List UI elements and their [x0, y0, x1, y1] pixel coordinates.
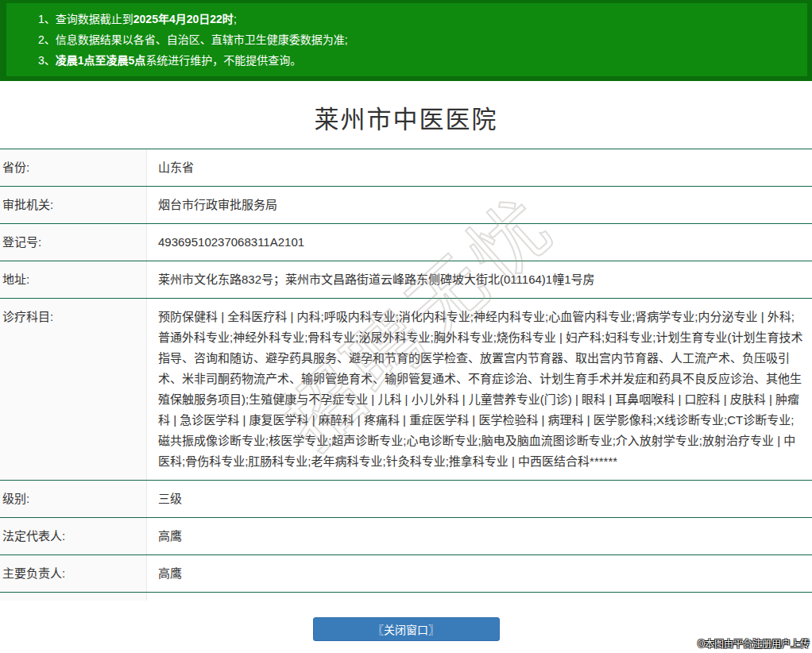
- notice-text: 查询数据截止到: [56, 13, 133, 25]
- notice-text-tail: ;: [234, 13, 237, 25]
- field-value: 高鹰: [147, 518, 812, 554]
- table-row: 法定代表人: 高鹰: [0, 517, 812, 554]
- upload-credit: ©本图由平台注册用户上传: [698, 636, 810, 650]
- table-row: 级别: 三级: [0, 480, 812, 517]
- table-row: 登记号: 49369510237068311A2101: [0, 223, 812, 261]
- field-value: 高鹰: [147, 555, 812, 592]
- page-title: 莱州市中医医院: [0, 102, 812, 137]
- field-value: 烟台市行政审批服务局: [147, 187, 812, 223]
- field-value: 山东省: [147, 149, 812, 186]
- field-label: 登记号:: [0, 224, 147, 261]
- close-window-button[interactable]: 〖关闭窗口〗: [313, 617, 500, 641]
- table-row: 审批机关: 烟台市行政审批服务局: [0, 186, 812, 223]
- notice-bold-text: 2025年4月20日22时: [133, 13, 234, 25]
- button-row: 〖关闭窗口〗: [0, 617, 812, 641]
- field-value: [147, 593, 812, 601]
- field-label: 主要负责人:: [0, 555, 147, 592]
- field-label: 诊疗科目:: [0, 299, 147, 480]
- field-label: 法定代表人:: [0, 518, 147, 554]
- field-value: 莱州市文化东路832号；莱州市文昌路街道云峰路东侧碑坡大街北(011164)1幢…: [147, 261, 812, 298]
- table-row: 地址: 莱州市文化东路832号；莱州市文昌路街道云峰路东侧碑坡大街北(01116…: [0, 261, 812, 298]
- field-value: 49369510237068311A2101: [147, 224, 812, 261]
- table-row: 诊疗科目: 预防保健科 | 全科医疗科 | 内科;呼吸内科专业;消化内科专业;神…: [0, 298, 812, 480]
- notice-line: 1、查询数据截止到2025年4月20日22时;: [38, 9, 807, 29]
- notice-number: 3、: [38, 54, 56, 67]
- field-label: [0, 593, 147, 601]
- table-row: [0, 592, 812, 601]
- field-label: 地址:: [0, 261, 147, 298]
- notice-number: 2、: [38, 33, 56, 46]
- field-label: 级别:: [0, 481, 147, 517]
- field-value: 三级: [147, 481, 812, 517]
- notice-text: 信息数据结果以各省、自治区、直辖市卫生健康委数据为准;: [56, 33, 348, 46]
- notice-line: 2、信息数据结果以各省、自治区、直辖市卫生健康委数据为准;: [38, 29, 807, 50]
- table-row: 省份: 山东省: [0, 149, 812, 186]
- notice-banner: 1、查询数据截止到2025年4月20日22时; 2、信息数据结果以各省、自治区、…: [0, 0, 812, 81]
- field-label: 省份:: [0, 149, 147, 186]
- notice-number: 1、: [38, 13, 56, 25]
- notice-line: 3、凌晨1点至凌晨5点系统进行维护，不能提供查询。: [38, 50, 807, 71]
- info-table: 省份: 山东省 审批机关: 烟台市行政审批服务局 登记号: 4936951023…: [0, 149, 812, 601]
- field-value: 预防保健科 | 全科医疗科 | 内科;呼吸内科专业;消化内科专业;神经内科专业;…: [147, 299, 812, 480]
- notice-text-tail: 系统进行维护，不能提供查询。: [145, 54, 301, 67]
- notice-bold-text: 凌晨1点至凌晨5点: [56, 54, 146, 67]
- table-row: 主要负责人: 高鹰: [0, 554, 812, 592]
- field-label: 审批机关:: [0, 187, 147, 223]
